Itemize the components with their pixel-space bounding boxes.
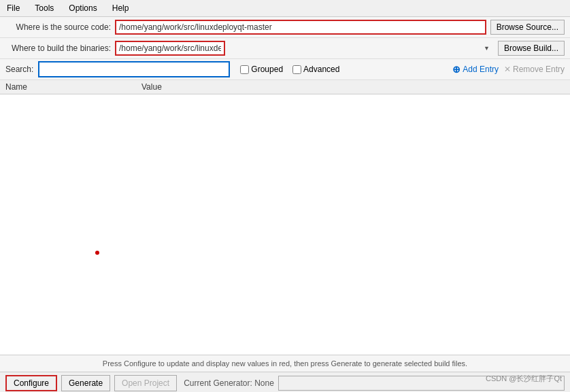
add-entry-label: Add Entry	[463, 65, 499, 74]
table-area	[0, 94, 570, 355]
menu-bar: File Tools Options Help	[0, 0, 570, 17]
menu-help[interactable]: Help	[110, 2, 132, 14]
remove-entry-label: Remove Entry	[513, 65, 565, 74]
build-row: Where to build the binaries: Browse Buil…	[0, 38, 570, 59]
main-area: Where is the source code: Browse Source.…	[0, 17, 570, 392]
advanced-checkbox[interactable]	[292, 65, 301, 74]
plus-icon: ⊕	[452, 64, 460, 75]
browse-source-button[interactable]: Browse Source...	[490, 20, 565, 35]
menu-tools[interactable]: Tools	[32, 2, 56, 14]
search-input[interactable]	[39, 62, 229, 77]
build-input[interactable]	[115, 41, 225, 56]
grouped-checkbox-label[interactable]: Grouped	[240, 65, 283, 74]
advanced-label: Advanced	[303, 65, 339, 74]
generate-button[interactable]: Generate	[61, 375, 110, 391]
info-text: Press Configure to update and display ne…	[103, 359, 467, 368]
red-dot-indicator	[95, 251, 99, 255]
action-row: Configure Generate Open Project Current …	[0, 372, 570, 392]
menu-file[interactable]: File	[4, 2, 22, 14]
build-label: Where to build the binaries:	[5, 43, 111, 53]
table-header: Name Value	[0, 80, 570, 94]
bottom-info-bar: Press Configure to update and display ne…	[0, 355, 570, 372]
add-entry-button[interactable]: ⊕ Add Entry	[452, 64, 499, 75]
grouped-label: Grouped	[251, 65, 283, 74]
remove-entry-button[interactable]: ✕ Remove Entry	[504, 65, 565, 74]
source-label: Where is the source code:	[5, 22, 111, 32]
search-label: Search:	[5, 65, 33, 74]
col-name-header: Name	[5, 82, 141, 92]
current-generator-label: Current Generator: None	[184, 378, 274, 388]
x-icon: ✕	[504, 65, 511, 74]
search-row: Search: Grouped Advanced ⊕ Add Entry ✕ R…	[0, 59, 570, 80]
watermark: CSDN @长沙红胖子Qt	[486, 374, 562, 384]
grouped-checkbox[interactable]	[240, 65, 249, 74]
configure-button[interactable]: Configure	[5, 375, 57, 391]
advanced-checkbox-label[interactable]: Advanced	[292, 65, 339, 74]
checkbox-group: Grouped Advanced	[240, 65, 339, 74]
col-value-header: Value	[141, 82, 565, 92]
browse-build-button[interactable]: Browse Build...	[498, 41, 565, 56]
source-row: Where is the source code: Browse Source.…	[0, 17, 570, 38]
source-input[interactable]	[115, 20, 486, 35]
open-project-button[interactable]: Open Project	[114, 375, 177, 391]
toolbar-buttons: ⊕ Add Entry ✕ Remove Entry	[452, 64, 565, 75]
menu-options[interactable]: Options	[66, 2, 99, 14]
build-select-wrapper	[115, 41, 494, 56]
